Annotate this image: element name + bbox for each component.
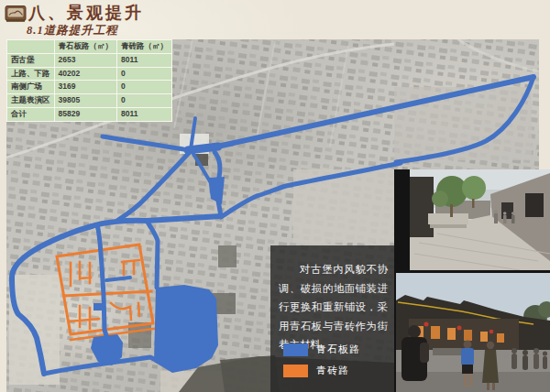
table-row: 合计858298011 — [7, 107, 172, 121]
legend-swatch — [283, 365, 308, 377]
value-cell: 85829 — [54, 107, 117, 121]
table-header-cell: 青砖路（㎡） — [117, 40, 172, 54]
photo-evening-street — [396, 273, 550, 392]
page-subtitle: 8.1道路提升工程 — [27, 23, 118, 38]
table-row: 主题表演区398050 — [7, 94, 172, 108]
table-row: 南侧广场31690 — [7, 81, 172, 94]
table-row: 上路、下路402020 — [7, 67, 172, 81]
map-legend: 青石板路青砖路 — [283, 343, 390, 385]
page-title: 八、景观提升 — [28, 2, 144, 24]
table-header-cell — [7, 40, 55, 54]
value-cell: 2653 — [54, 53, 117, 67]
area-table: 青石板路（㎡）青砖路（㎡） 西古堡26538011上路、下路402020南侧广场… — [6, 39, 172, 122]
note-box: 对古堡内风貌不协调、破损的地面铺装进行更换和重新铺设，采用青石板与青砖作为街巷主… — [270, 245, 396, 392]
table-row: 西古堡26538011 — [7, 53, 172, 67]
photo-panel — [394, 169, 550, 392]
row-label-cell: 上路、下路 — [7, 67, 55, 81]
note-text: 对古堡内风貌不协调、破损的地面铺装进行更换和重新铺设，采用青石板与青砖作为街巷主… — [279, 260, 388, 354]
slide: 八、景观提升 8.1道路提升工程 — [0, 0, 550, 392]
legend-item: 青砖路 — [283, 364, 390, 377]
value-cell: 0 — [117, 81, 172, 94]
value-cell: 40202 — [54, 67, 117, 81]
header: 八、景观提升 8.1道路提升工程 — [0, 0, 550, 39]
inkstone-icon — [5, 4, 27, 24]
value-cell: 3169 — [54, 81, 117, 94]
row-label-cell: 合计 — [7, 107, 55, 121]
value-cell: 0 — [117, 67, 172, 81]
row-label-cell: 南侧广场 — [7, 81, 55, 94]
value-cell: 39805 — [54, 94, 117, 108]
photo-daytime-street-image — [410, 169, 550, 270]
table-header-row: 青石板路（㎡）青砖路（㎡） — [7, 40, 172, 54]
legend-item: 青石板路 — [283, 343, 390, 356]
legend-label: 青石板路 — [316, 343, 360, 356]
table-header-cell: 青石板路（㎡） — [54, 40, 117, 54]
value-cell: 8011 — [117, 107, 172, 121]
legend-label: 青砖路 — [316, 364, 349, 377]
value-cell: 0 — [117, 94, 172, 108]
value-cell: 8011 — [117, 53, 172, 67]
row-label-cell: 西古堡 — [7, 53, 55, 67]
row-label-cell: 主题表演区 — [7, 94, 55, 108]
legend-swatch — [283, 343, 308, 356]
photo-evening-street-image — [396, 273, 550, 392]
photo-daytime-street — [410, 169, 550, 270]
